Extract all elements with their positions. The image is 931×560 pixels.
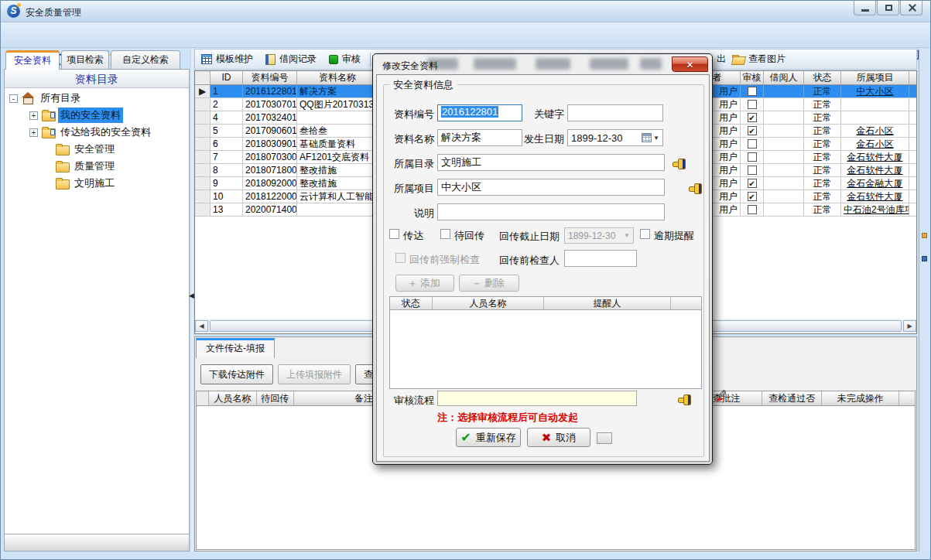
cell-project-link[interactable]: 金石软件大厦	[841, 151, 909, 163]
calendar-icon[interactable]	[642, 133, 652, 142]
borrow-record-button[interactable]: 借阅记录	[259, 50, 323, 68]
tree-node[interactable]: + 传达给我的安全资料	[5, 124, 189, 141]
pending-return-checkbox[interactable]	[440, 229, 450, 239]
delete-person-button[interactable]: − 删除	[459, 275, 519, 292]
restore-icon[interactable]	[877, 1, 899, 15]
audit-checkbox[interactable]	[748, 166, 757, 175]
col-id[interactable]: ID	[211, 71, 243, 84]
date-dropdown-icon[interactable]: ▼	[653, 135, 659, 142]
upload-attachment-button[interactable]: 上传填报附件	[278, 364, 351, 384]
col-unfinished[interactable]: 未完成操作	[822, 391, 899, 405]
tree-node-label[interactable]: 传达给我的安全资料	[58, 125, 153, 140]
save-button[interactable]: ✔ 重新保存	[456, 428, 521, 447]
view-image-button[interactable]: 查看图片	[726, 50, 792, 68]
scroll-left-icon[interactable]: ◀	[195, 320, 208, 332]
audit-checkbox[interactable]	[748, 205, 757, 214]
overdue-remind-checkbox[interactable]	[640, 229, 650, 239]
sign-pen-icon[interactable]	[716, 390, 728, 401]
tab-custom-search[interactable]: 自定义检索	[111, 50, 180, 70]
pick-flow-hand-icon[interactable]	[678, 394, 691, 404]
keyword-field[interactable]	[567, 104, 663, 121]
col-pending-return[interactable]: 待回传	[257, 391, 294, 405]
col-code[interactable]: 资料编号	[243, 71, 297, 84]
cell-project-link[interactable]: 金石软件大厦	[841, 164, 909, 176]
cell-project-link[interactable]: 金石软件大厦	[841, 190, 909, 203]
tree-node[interactable]: + 我的安全资料	[5, 107, 189, 124]
person-list-header: 状态 人员名称 提醒人	[390, 297, 701, 310]
cell-project-link[interactable]	[841, 111, 909, 124]
tree-expander-icon[interactable]: +	[29, 111, 38, 120]
record-book-icon	[265, 54, 276, 65]
cell-project-link[interactable]: 中大小区	[841, 85, 909, 97]
deliver-checkbox[interactable]	[389, 229, 399, 239]
date-picker[interactable]: 1899-12-30 ▼	[567, 129, 663, 146]
audit-checkbox[interactable]	[748, 152, 757, 162]
audit-checkbox[interactable]: ✔	[748, 113, 757, 122]
add-person-button[interactable]: + 添加	[395, 275, 454, 292]
code-field[interactable]: 2016122801	[437, 104, 522, 121]
tree-node-icon	[56, 144, 69, 155]
col-project[interactable]: 所属项目	[841, 71, 909, 84]
cell-project-link[interactable]: 金石金融大厦	[841, 177, 909, 190]
groupbox-title: 安全资料信息	[389, 78, 457, 92]
tab-project-search[interactable]: 项目检索	[61, 50, 109, 70]
tree-node-label[interactable]: 文明施工	[72, 176, 117, 191]
person-list[interactable]: 状态 人员名称 提醒人	[389, 296, 702, 389]
template-maintain-button[interactable]: 模板维护	[195, 50, 259, 68]
audit-flow-field[interactable]	[437, 391, 637, 406]
cell-project-link[interactable]: 金石小区	[841, 125, 909, 137]
deadline-combo[interactable]: 1899-12-30 ▼	[564, 227, 634, 244]
tree-node[interactable]: 文明施工	[5, 175, 189, 192]
dialog-close-button[interactable]: ✕	[672, 56, 708, 72]
tab-file-transfer[interactable]: 文件传达-填报	[196, 338, 275, 358]
tree-expander-icon[interactable]: -	[9, 94, 18, 103]
checker-field[interactable]	[564, 250, 637, 267]
tree-node-label[interactable]: 所有目录	[38, 90, 83, 106]
directory-panel-title: 资料目录	[5, 70, 189, 88]
row-pointer-icon	[195, 177, 211, 190]
audit-checkbox[interactable]	[748, 139, 757, 149]
cell-project-link[interactable]: 金石小区	[841, 138, 909, 150]
code-label: 资料编号	[383, 108, 434, 121]
window-controls	[853, 1, 922, 15]
col-check-pass[interactable]: 查检通过否	[762, 391, 822, 405]
col-status[interactable]: 状态	[804, 71, 841, 84]
cancel-button[interactable]: ✖ 取消	[527, 428, 590, 447]
cell-project-link[interactable]	[841, 98, 909, 111]
tree-node-label[interactable]: 安全管理	[72, 142, 117, 157]
audit-checkbox[interactable]: ✔	[748, 179, 757, 188]
audit-button[interactable]: 审核	[323, 50, 367, 68]
directory-field[interactable]	[437, 154, 665, 171]
tree-node[interactable]: 质量管理	[5, 158, 189, 175]
pick-project-hand-icon[interactable]	[689, 183, 702, 193]
audit-checkbox[interactable]: ✔	[748, 126, 757, 135]
col-borrower[interactable]: 借阅人	[764, 71, 804, 84]
pick-directory-hand-icon[interactable]	[673, 159, 686, 168]
tree-node[interactable]: - 所有目录	[5, 90, 189, 107]
project-field[interactable]	[437, 179, 665, 196]
splitter-collapse-icon[interactable]: ◀	[189, 292, 194, 299]
col-name[interactable]: 资料名称	[297, 71, 378, 84]
resize-grip-button[interactable]	[597, 432, 612, 444]
cell-code: 20180703001	[243, 151, 297, 163]
tab-safety-data[interactable]: 安全资料	[5, 50, 60, 70]
tree-node-label[interactable]: 质量管理	[72, 159, 117, 174]
save-check-icon: ✔	[460, 430, 471, 445]
download-attachment-button[interactable]: 下载传达附件	[200, 364, 273, 384]
audit-checkbox[interactable]: ✔	[748, 192, 757, 201]
tree-node[interactable]: 安全管理	[5, 141, 189, 158]
col-audit[interactable]: 审核	[741, 71, 764, 84]
col-person[interactable]: 人员名称	[209, 391, 257, 405]
tree-expander-icon[interactable]: +	[29, 128, 38, 137]
close-icon[interactable]	[900, 1, 922, 15]
audit-checkbox[interactable]	[748, 100, 757, 109]
edge-icon-fragment-blue	[922, 256, 927, 261]
tree-node-label[interactable]: 我的安全资料	[58, 108, 123, 123]
scroll-right-icon[interactable]: ▶	[903, 320, 916, 332]
deadline-dropdown-icon: ▼	[624, 232, 630, 239]
description-field[interactable]	[437, 203, 665, 220]
cell-project-link[interactable]: 中石油2号油库项目	[841, 203, 909, 216]
force-check-checkbox[interactable]	[395, 253, 406, 263]
audit-checkbox[interactable]	[748, 87, 757, 96]
minimize-icon[interactable]	[854, 1, 876, 15]
